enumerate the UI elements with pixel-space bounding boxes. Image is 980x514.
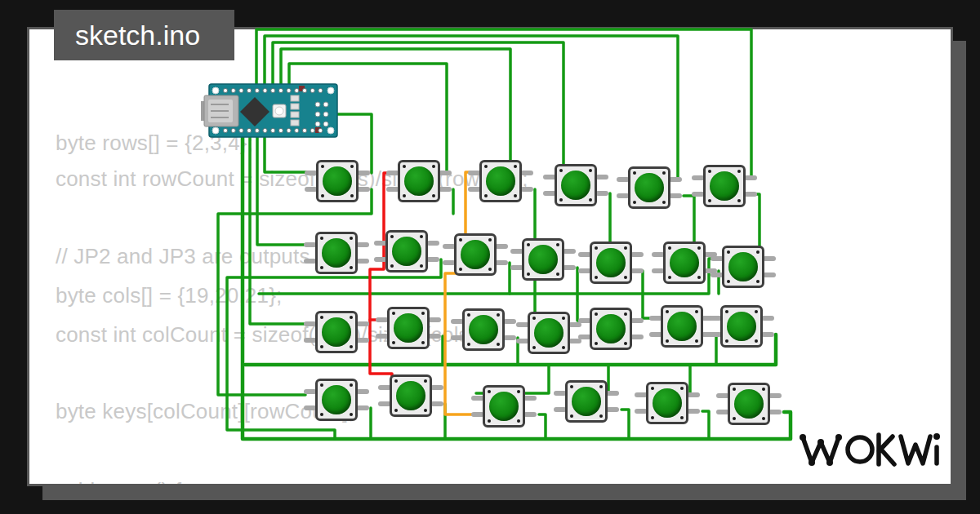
wokwi-preview-frame: byte rows[] = {2,3,4};const int rowCount…: [0, 0, 980, 514]
pushbutton[interactable]: [387, 307, 430, 349]
button-cap[interactable]: [734, 389, 764, 419]
pushbutton[interactable]: [316, 160, 359, 202]
button-cap[interactable]: [394, 313, 423, 343]
button-cap[interactable]: [461, 240, 490, 269]
button-leg: [768, 410, 782, 414]
button-leg: [630, 318, 644, 323]
button-leg: [356, 338, 369, 343]
button-leg: [563, 249, 576, 254]
button-cap[interactable]: [727, 312, 756, 341]
button-leg: [761, 316, 774, 321]
pushbutton[interactable]: [646, 382, 688, 424]
pushbutton[interactable]: [590, 308, 632, 350]
pushbutton[interactable]: [315, 379, 358, 421]
button-leg: [744, 175, 757, 180]
button-cap[interactable]: [572, 387, 601, 416]
button-leg: [520, 171, 533, 175]
button-leg: [630, 252, 644, 257]
button-cap[interactable]: [489, 392, 519, 421]
button-leg: [595, 191, 608, 196]
pushbutton[interactable]: [528, 312, 570, 354]
button-leg: [523, 412, 537, 417]
button-cap[interactable]: [404, 166, 434, 196]
pushbutton[interactable]: [398, 160, 440, 202]
button-cap[interactable]: [653, 388, 682, 418]
button-cap[interactable]: [528, 245, 558, 274]
button-leg: [744, 192, 757, 197]
sketch-tab[interactable]: sketch.ino: [54, 10, 234, 60]
button-cap[interactable]: [322, 317, 351, 347]
button-leg: [428, 334, 441, 339]
pushbutton[interactable]: [661, 305, 703, 348]
button-leg: [763, 273, 776, 277]
pushbutton-layer: [0, 0, 980, 514]
button-cap[interactable]: [323, 166, 352, 196]
pushbutton[interactable]: [703, 165, 746, 207]
button-cap[interactable]: [561, 171, 590, 200]
button-cap[interactable]: [534, 318, 564, 348]
pushbutton[interactable]: [590, 241, 632, 284]
button-cap[interactable]: [635, 173, 664, 202]
button-leg: [606, 407, 619, 412]
button-leg: [630, 335, 644, 339]
pushbutton[interactable]: [385, 230, 428, 273]
button-leg: [503, 335, 516, 340]
button-cap[interactable]: [486, 166, 515, 196]
button-leg: [687, 392, 700, 397]
button-cap[interactable]: [710, 171, 739, 201]
pushbutton[interactable]: [722, 246, 764, 288]
button-cap[interactable]: [667, 312, 697, 341]
button-leg: [687, 409, 700, 414]
button-leg: [595, 175, 608, 179]
button-cap[interactable]: [728, 252, 758, 281]
button-leg: [520, 187, 533, 192]
button-leg: [503, 319, 516, 324]
button-leg: [439, 187, 452, 192]
button-leg: [426, 241, 439, 246]
button-leg: [439, 171, 452, 175]
button-leg: [669, 177, 682, 182]
button-leg: [357, 171, 370, 175]
pushbutton[interactable]: [565, 380, 608, 423]
button-leg: [669, 193, 682, 198]
pushbutton[interactable]: [483, 385, 525, 428]
pushbutton[interactable]: [628, 166, 670, 209]
pushbutton[interactable]: [315, 232, 358, 274]
button-leg: [630, 268, 644, 273]
button-leg: [356, 405, 369, 410]
pushbutton[interactable]: [454, 233, 497, 276]
pushbutton[interactable]: [555, 164, 597, 206]
pushbutton[interactable]: [315, 311, 358, 353]
pushbutton[interactable]: [390, 374, 432, 417]
button-cap[interactable]: [392, 237, 421, 266]
button-leg: [761, 332, 774, 337]
button-leg: [495, 244, 508, 249]
pushbutton[interactable]: [663, 241, 706, 284]
pushbutton[interactable]: [728, 383, 770, 425]
button-leg: [523, 396, 537, 401]
button-cap[interactable]: [596, 314, 626, 343]
button-cap[interactable]: [396, 381, 425, 410]
pushbutton[interactable]: [462, 308, 505, 351]
button-leg: [768, 393, 782, 398]
button-leg: [430, 385, 443, 390]
button-leg: [356, 321, 369, 326]
pushbutton[interactable]: [522, 238, 564, 281]
button-leg: [426, 257, 439, 262]
button-cap[interactable]: [670, 248, 699, 277]
button-leg: [356, 389, 369, 394]
button-leg: [356, 242, 369, 247]
sketch-tab-label: sketch.ino: [54, 10, 234, 60]
button-cap[interactable]: [322, 385, 351, 414]
button-leg: [356, 259, 369, 264]
button-leg: [495, 260, 508, 265]
button-cap[interactable]: [322, 238, 351, 268]
button-cap[interactable]: [596, 248, 626, 277]
button-leg: [430, 401, 443, 406]
button-leg: [606, 391, 619, 396]
pushbutton[interactable]: [479, 160, 522, 202]
button-leg: [357, 187, 370, 192]
pushbutton[interactable]: [720, 305, 763, 348]
button-leg: [563, 265, 576, 270]
button-cap[interactable]: [469, 315, 498, 344]
